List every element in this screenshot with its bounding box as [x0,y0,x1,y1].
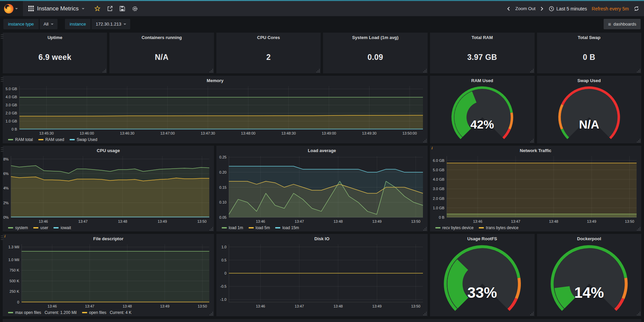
time-range-picker[interactable]: Last 5 minutes [549,6,587,11]
row-drag-handle[interactable] [1,235,3,240]
panel-title[interactable]: Swap Used [537,76,641,84]
legend: recv bytes devicetrans bytes device [430,224,641,231]
legend: RAM totalRAM usedSwap Used [3,136,428,143]
svg-text:13:46: 13:46 [47,304,57,308]
cpu-usage-chart[interactable]: 13:4613:4713:4813:4913:508%6%4%2%0% [3,154,214,224]
row-drag-handle[interactable] [1,147,3,152]
settings-button[interactable] [132,6,138,12]
info-icon[interactable]: i [432,146,433,150]
zoom-out-button[interactable]: Zoom Out [515,6,535,11]
time-shift-forward-button[interactable] [540,6,544,11]
refresh-interval-picker[interactable]: Refresh every 5m [592,6,629,11]
legend-item[interactable]: load 15m [275,225,299,230]
grafana-menu-button[interactable] [0,1,23,16]
gauge-value: 33% [430,284,535,301]
legend-item[interactable]: RAM total [8,137,33,142]
navbar: Instance Metrics Zoom Out [0,1,644,16]
svg-text:0.15: 0.15 [219,185,226,189]
gauge-value: N/A [537,118,641,131]
dashboard-title[interactable]: Instance Metrics [37,5,79,12]
svg-text:1.3 Mil: 1.3 Mil [8,245,19,249]
panel-title[interactable]: Network Traffic [430,146,641,154]
svg-text:13:47:00: 13:47:00 [160,131,175,135]
legend-item[interactable]: RAM used [38,137,64,142]
svg-text:13:48: 13:48 [122,304,132,308]
legend-label: load 1m [229,225,243,230]
variable-value-dropdown[interactable]: 172.30.1.213 [92,19,130,29]
panel-title[interactable]: Total RAM [430,33,535,41]
panel-title[interactable]: Usage RootFS [430,234,535,242]
save-icon [119,6,125,11]
svg-text:13:50: 13:50 [411,304,421,308]
legend-label: Swap Used [77,137,97,142]
memory-chart[interactable]: 13:45:3013:46:0013:46:3013:47:0013:47:30… [3,84,428,136]
panel-title[interactable]: File descriptor [3,234,214,242]
panel-title[interactable]: Uptime [3,33,107,41]
row-drag-handle[interactable] [1,34,3,39]
svg-text:8%: 8% [3,157,9,161]
panel-title[interactable]: Load average [216,146,428,154]
panel-title[interactable]: System Load (1m avg) [323,33,427,41]
time-shift-back-button[interactable] [506,6,510,11]
svg-text:5.0 GB: 5.0 GB [433,168,444,172]
graph-panel-load-average: Load average 13:4613:4713:4813:4913:500.… [216,146,428,231]
grafana-logo [4,4,13,13]
svg-text:0: 0 [17,300,19,304]
legend-label: iowait [61,225,71,230]
svg-text:-1.0: -1.0 [220,297,226,301]
svg-text:13:48:30: 13:48:30 [281,131,296,135]
load-average-chart[interactable]: 13:4613:4713:4813:4913:500.250.200.150.1… [216,154,428,224]
share-button[interactable] [107,6,113,11]
panel-title[interactable]: Total Swap [537,33,641,41]
row-drag-handle[interactable] [1,77,3,82]
info-icon[interactable]: i [4,234,5,238]
network-traffic-chart[interactable]: 13:4613:4713:4813:4913:506.0 GB5.0 GB4.0… [430,154,641,224]
file-descriptor-chart[interactable]: 13:4613:4713:4813:4913:501.3 Mil1.0 Mil7… [3,242,214,309]
panel-title[interactable]: Memory [3,76,428,84]
panel-title[interactable]: CPU Cores [216,33,321,41]
svg-text:13:50: 13:50 [411,219,421,223]
legend-item[interactable]: load 1m [222,225,243,230]
legend-item[interactable]: Swap Used [70,137,97,142]
disk-io-chart[interactable]: 13:4613:4713:4813:4913:501.00.50-0.5-1.0 [216,242,428,309]
svg-text:1.0 GB: 1.0 GB [433,206,444,210]
panel-title[interactable]: RAM Used [430,76,535,84]
save-button[interactable] [119,6,125,11]
panel-title[interactable]: Containers running [109,33,214,41]
svg-text:13:50: 13:50 [625,219,634,223]
stat-value: 2 [216,41,321,73]
panel-title[interactable]: Disk IO [216,234,428,242]
chevron-down-icon[interactable] [82,8,84,9]
legend-item[interactable]: trans bytes device [479,225,518,230]
chevron-down-icon [123,24,126,25]
refresh-button[interactable] [634,6,639,11]
legend-swatch-icon [435,227,440,228]
stat-value: 3.97 GB [430,41,535,73]
legend-item[interactable]: system [8,225,28,230]
svg-text:0 B: 0 B [11,127,17,131]
legend-item[interactable]: user [33,225,48,230]
panel-title[interactable]: CPU usage [3,146,214,154]
variable-instance-type: instance type All [3,19,58,29]
svg-text:750 K: 750 K [9,268,19,272]
variable-value-dropdown[interactable]: All [40,19,58,29]
svg-text:0.5: 0.5 [221,258,226,262]
legend-item[interactable]: load 5m [249,225,270,230]
svg-text:13:49: 13:49 [372,219,382,223]
legend-swatch-icon [38,139,43,140]
usage-rootfs-gauge: 33% [430,242,535,316]
legend-item[interactable]: recv bytes device [435,225,474,230]
legend-label: RAM used [45,137,64,142]
legend-item[interactable]: iowait [53,225,71,230]
dashboards-button[interactable]: ≡ dashboards [604,19,641,29]
legend-item[interactable]: max open filesCurrent: 1.200 Mil [8,310,77,315]
svg-text:3.0 GB: 3.0 GB [6,103,17,107]
legend-item[interactable]: open filesCurrent: 4 K [82,310,132,315]
graph-panel-memory: Memory 13:45:3013:46:0013:46:3013:47:001… [3,76,428,143]
legend-swatch-icon [82,312,87,313]
star-button[interactable] [95,6,100,11]
panel-title[interactable]: Dockerpool [537,234,641,242]
svg-text:0.05: 0.05 [219,215,226,219]
chevron-right-icon [540,6,544,11]
chevron-down-icon [51,24,53,25]
